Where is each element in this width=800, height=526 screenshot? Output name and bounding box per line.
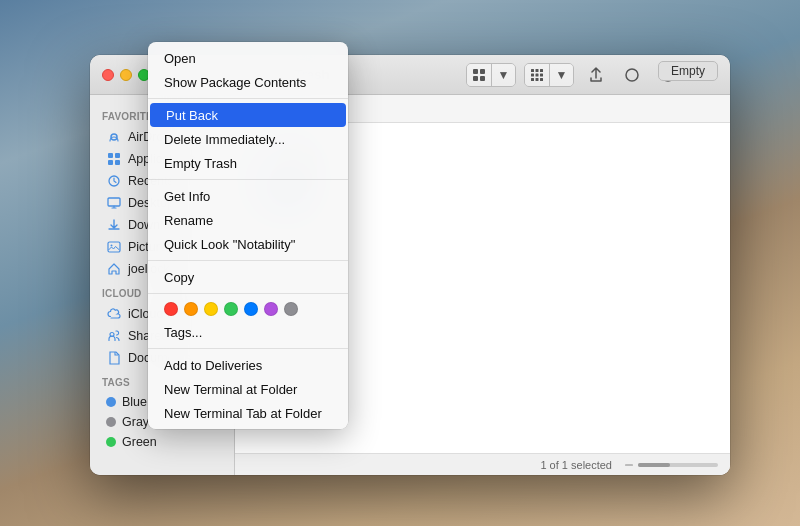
- separator-4: [148, 293, 348, 294]
- view-dropdown-button[interactable]: ▼: [549, 64, 573, 86]
- tag-color-blue[interactable]: [244, 302, 258, 316]
- tag-color-green[interactable]: [224, 302, 238, 316]
- menu-item-get-info[interactable]: Get Info: [148, 184, 348, 208]
- svg-rect-12: [540, 78, 543, 81]
- menu-item-show-package[interactable]: Show Package Contents: [148, 70, 348, 94]
- close-button[interactable]: [102, 69, 114, 81]
- home-icon: [106, 261, 122, 277]
- tag-color-gray[interactable]: [284, 302, 298, 316]
- zoom-out-icon: [624, 460, 634, 470]
- svg-rect-7: [531, 73, 534, 76]
- tag-color-purple[interactable]: [264, 302, 278, 316]
- menu-item-empty-trash[interactable]: Empty Trash: [148, 151, 348, 175]
- separator-3: [148, 260, 348, 261]
- tag-color-red[interactable]: [164, 302, 178, 316]
- menu-item-copy[interactable]: Copy: [148, 265, 348, 289]
- tag-color-orange[interactable]: [184, 302, 198, 316]
- view-toggle: ▼: [466, 63, 516, 87]
- svg-rect-20: [115, 160, 120, 165]
- svg-point-13: [626, 69, 638, 81]
- desktop-icon: [106, 195, 122, 211]
- status-bar: 1 of 1 selected: [235, 453, 730, 475]
- menu-item-new-terminal[interactable]: New Terminal at Folder: [148, 377, 348, 401]
- menu-item-rename[interactable]: Rename: [148, 208, 348, 232]
- svg-rect-2: [473, 76, 478, 81]
- svg-rect-0: [473, 69, 478, 74]
- menu-item-add-deliveries[interactable]: Add to Deliveries: [148, 353, 348, 377]
- context-menu: Open Show Package Contents Put Back Dele…: [148, 42, 348, 429]
- tag-colors-row: [148, 298, 348, 320]
- svg-rect-18: [115, 153, 120, 158]
- applications-icon: [106, 151, 122, 167]
- slider-track[interactable]: [638, 463, 718, 467]
- recents-icon: [106, 173, 122, 189]
- traffic-lights: [102, 69, 150, 81]
- svg-rect-8: [536, 73, 539, 76]
- downloads-icon: [106, 217, 122, 233]
- svg-rect-3: [480, 76, 485, 81]
- shared-icon: [106, 328, 122, 344]
- menu-item-put-back[interactable]: Put Back: [150, 103, 346, 127]
- icon-view-button[interactable]: [467, 64, 491, 86]
- svg-rect-6: [540, 69, 543, 72]
- airdrop-icon: [106, 129, 122, 145]
- svg-rect-22: [108, 198, 120, 206]
- svg-rect-17: [108, 153, 113, 158]
- blue-tag-dot: [106, 397, 116, 407]
- svg-rect-4: [531, 69, 534, 72]
- green-tag-dot: [106, 437, 116, 447]
- blue-tag-label: Blue: [122, 395, 147, 409]
- svg-rect-26: [625, 464, 633, 465]
- selection-status: 1 of 1 selected: [540, 459, 612, 471]
- separator-5: [148, 348, 348, 349]
- view-toggle2: ▼: [524, 63, 574, 87]
- menu-item-quick-look[interactable]: Quick Look "Notability": [148, 232, 348, 256]
- grid-view-button[interactable]: [525, 64, 549, 86]
- menu-item-new-terminal-tab[interactable]: New Terminal Tab at Folder: [148, 401, 348, 425]
- svg-rect-11: [536, 78, 539, 81]
- svg-rect-9: [540, 73, 543, 76]
- tag-color-yellow[interactable]: [204, 302, 218, 316]
- svg-rect-1: [480, 69, 485, 74]
- sidebar-item-tag-green[interactable]: Green: [94, 432, 230, 452]
- menu-item-open[interactable]: Open: [148, 46, 348, 70]
- tag-button[interactable]: [618, 61, 646, 89]
- minimize-button[interactable]: [120, 69, 132, 81]
- gray-tag-label: Gray: [122, 415, 149, 429]
- svg-rect-5: [536, 69, 539, 72]
- separator-2: [148, 179, 348, 180]
- menu-item-delete-immediately[interactable]: Delete Immediately...: [148, 127, 348, 151]
- separator-1: [148, 98, 348, 99]
- green-tag-label: Green: [122, 435, 157, 449]
- share-button[interactable]: [582, 61, 610, 89]
- zoom-slider[interactable]: [624, 460, 718, 470]
- documents-icon: [106, 350, 122, 366]
- pictures-icon: [106, 239, 122, 255]
- gray-tag-dot: [106, 417, 116, 427]
- svg-rect-23: [108, 242, 120, 252]
- menu-item-tags[interactable]: Tags...: [148, 320, 348, 344]
- icloud-icon: [106, 306, 122, 322]
- svg-rect-19: [108, 160, 113, 165]
- svg-point-24: [111, 245, 113, 247]
- list-view-button[interactable]: ▼: [491, 64, 515, 86]
- svg-rect-10: [531, 78, 534, 81]
